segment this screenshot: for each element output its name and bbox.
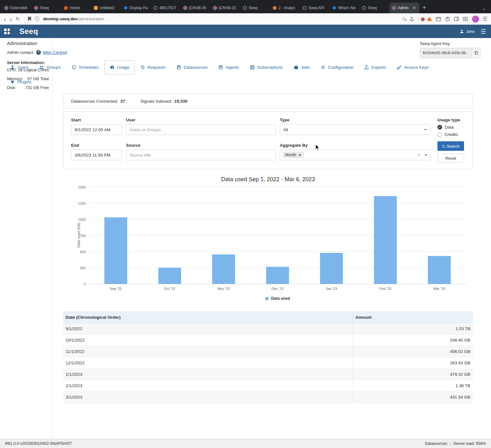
tab-groups[interactable]: Groups [34, 60, 66, 74]
chip-remove-icon[interactable]: ✕ [298, 153, 301, 157]
search-button[interactable]: Search [437, 141, 464, 151]
tab-label: Groups [47, 65, 61, 70]
back-button[interactable]: ‹ [4, 16, 6, 22]
tab-subscriptions[interactable]: Subscriptions [245, 60, 288, 74]
copy-key-button[interactable] [472, 48, 481, 58]
browser-tab[interactable]: What's Ne [330, 3, 360, 13]
chart-legend[interactable]: Data used [89, 296, 466, 301]
agent-key-input[interactable] [420, 48, 472, 58]
browser-tab[interactable]: Seeq [240, 3, 270, 13]
cell-date: 11/1/2022 [63, 346, 353, 357]
chart-bar[interactable] [266, 267, 289, 284]
browser-tab[interactable]: Seeq API [300, 3, 330, 13]
cell-amount: 431.54 GB [353, 392, 473, 403]
user-input[interactable] [126, 124, 276, 135]
apps-grid-icon[interactable] [4, 29, 10, 34]
chart-bar[interactable] [158, 268, 181, 284]
forward-button[interactable]: › [10, 16, 12, 22]
radio-data[interactable]: ✓ Data [437, 125, 465, 130]
browser-menu-icon[interactable]: ☰ [483, 16, 487, 22]
end-input[interactable]: 3/6/2023 11:59 PM [71, 150, 122, 160]
tab-plugins[interactable]: Plugins [5, 75, 37, 89]
source-field: Source [126, 143, 276, 163]
admin-contact-link[interactable]: Mike Cantrell [43, 50, 67, 55]
globe-favicon [303, 6, 306, 10]
clear-selection-icon[interactable]: ✕ [417, 152, 421, 157]
y-tick-label: 1500 [73, 185, 86, 189]
chart-slot [197, 187, 251, 284]
seeq-favicon [213, 5, 218, 11]
radio-credits[interactable]: Credits [437, 132, 465, 137]
browser-tab[interactable]: [CRAB-23 [211, 3, 240, 13]
browser-tab-label: Seeq [249, 6, 268, 10]
y-tick-label: 500 [73, 250, 86, 254]
table-row: 10/1/2022248.45 GB [63, 335, 473, 346]
chart-bar[interactable] [320, 253, 343, 284]
browser-tab[interactable]: 48517527 [151, 3, 181, 13]
app-menu-icon[interactable]: ☰ [481, 28, 486, 35]
chart-bar[interactable] [104, 217, 127, 284]
browser-tab[interactable]: [CRAB-35 [181, 3, 211, 13]
person-icon [460, 29, 464, 34]
url-bar[interactable]: develop.seeq.dev/administration [43, 16, 104, 21]
reload-button[interactable]: ↻ [16, 16, 20, 21]
status-bar: R61.0.0-v202303010402-SNAPSHOT Datasourc… [0, 439, 491, 448]
browser-tab-label: 2 - Analys [278, 6, 298, 10]
start-input[interactable]: 9/1/2022 12:00 AM [71, 124, 122, 135]
calendar-icon [250, 65, 255, 70]
browser-tab[interactable]: Admin✕ [390, 3, 419, 13]
profile-avatar[interactable] [472, 16, 479, 22]
agent-key-label: Seeq Agent Key: [420, 41, 481, 46]
media-cast-icon[interactable] [463, 17, 468, 21]
source-input[interactable] [126, 150, 276, 160]
share-icon[interactable] [409, 16, 414, 22]
reset-button[interactable]: Reset [437, 154, 464, 163]
tab-search-chevron-icon[interactable]: ⌄ [479, 6, 489, 13]
browser-tab[interactable]: Home [62, 3, 91, 13]
page-title: Administration [7, 41, 37, 46]
chart-slot [89, 187, 143, 284]
tab-datasources[interactable]: Datasources [171, 60, 213, 74]
rewards-triangle-icon[interactable] [427, 17, 432, 21]
users-icon [39, 65, 44, 70]
zoom-icon[interactable] [403, 17, 405, 20]
tab-usage[interactable]: Usage [104, 60, 135, 74]
tab-users[interactable]: Users [5, 60, 34, 74]
table-header-row: Date (Chronological Order) Amount [63, 312, 473, 323]
tab-configuration[interactable]: Configuration [315, 60, 359, 74]
tab-agents[interactable]: Agents [213, 60, 244, 74]
chart-bar[interactable] [428, 256, 451, 284]
user-menu[interactable]: John [460, 29, 475, 34]
new-tab-button[interactable]: + [419, 4, 429, 13]
aggregate-by-select[interactable]: Month ✕ ✕ [280, 150, 430, 160]
cell-amount: 1.36 TB [353, 380, 473, 392]
tab-exports[interactable]: Exports [359, 60, 391, 74]
browser-tab[interactable]: Extensibili [2, 3, 32, 13]
search-icon [442, 145, 444, 147]
browser-tab[interactable]: Seeq [32, 3, 62, 13]
sidepanel-icon[interactable] [454, 16, 459, 21]
chart-slot [358, 187, 412, 284]
tab-requests[interactable]: Requests [135, 60, 171, 74]
jira-favicon [124, 6, 128, 10]
chart-bar[interactable] [374, 196, 397, 284]
seeq-logo[interactable]: Seeq [19, 27, 38, 36]
browser-tab[interactable]: 2 - Analys [270, 3, 300, 13]
chart-bar[interactable] [212, 254, 235, 284]
browser-tab[interactable]: Untitled2 [91, 3, 121, 13]
bookmark-icon[interactable] [28, 17, 31, 21]
tab-jobs[interactable]: Jobs [288, 60, 316, 74]
extensions-puzzle-icon[interactable] [445, 16, 450, 22]
browser-tab[interactable]: Seeq [360, 3, 390, 13]
y-tick-label: 0 [73, 282, 86, 286]
tab-access-keys[interactable]: Access Keys [391, 60, 434, 74]
tab-schedules[interactable]: Schedules [66, 60, 104, 74]
type-select[interactable]: All [280, 124, 430, 135]
browser-tab[interactable]: Display Pa [121, 3, 151, 13]
site-info-icon[interactable]: ⓘ [35, 16, 39, 22]
stat-label: Signals Indexed: [141, 99, 172, 104]
stat-label: Datasources Connected: [71, 99, 118, 104]
user-field: User [126, 118, 276, 137]
tab-close-icon[interactable]: ✕ [412, 5, 417, 10]
wallet-icon[interactable] [436, 16, 441, 21]
